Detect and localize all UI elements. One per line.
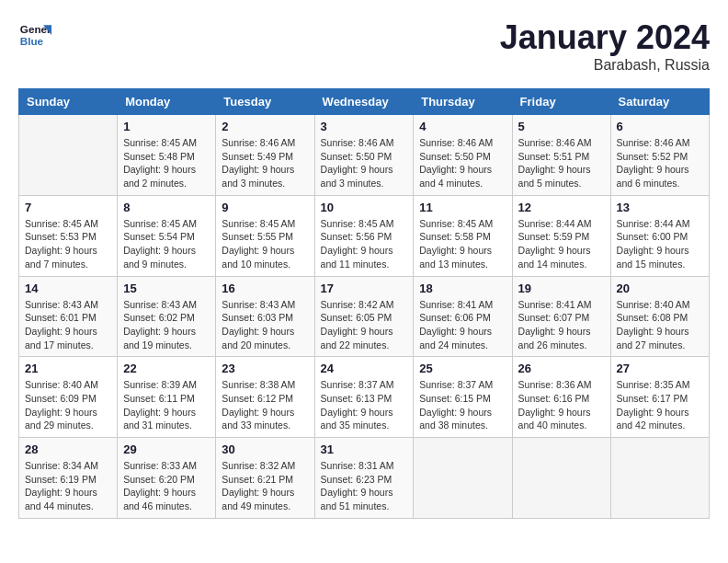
day-info: Sunrise: 8:45 AMSunset: 5:58 PMDaylight:… — [419, 217, 506, 271]
day-info: Sunrise: 8:33 AMSunset: 6:20 PMDaylight:… — [123, 459, 210, 513]
day-info: Sunrise: 8:44 AMSunset: 6:00 PMDaylight:… — [617, 217, 703, 271]
day-number: 6 — [617, 120, 703, 133]
col-sunday: Sunday — [19, 89, 118, 115]
day-info: Sunrise: 8:46 AMSunset: 5:50 PMDaylight:… — [321, 136, 408, 190]
day-info: Sunrise: 8:41 AMSunset: 6:07 PMDaylight:… — [518, 298, 605, 352]
calendar-cell: 26Sunrise: 8:36 AMSunset: 6:16 PMDayligh… — [512, 357, 610, 438]
calendar-cell: 2Sunrise: 8:46 AMSunset: 5:49 PMDaylight… — [216, 115, 314, 196]
col-thursday: Thursday — [414, 89, 512, 115]
day-number: 2 — [222, 120, 308, 133]
col-wednesday: Wednesday — [314, 89, 414, 115]
calendar-cell: 9Sunrise: 8:45 AMSunset: 5:55 PMDaylight… — [216, 195, 314, 276]
day-info: Sunrise: 8:39 AMSunset: 6:11 PMDaylight:… — [123, 378, 210, 432]
day-info: Sunrise: 8:37 AMSunset: 6:13 PMDaylight:… — [321, 378, 408, 432]
calendar-cell: 22Sunrise: 8:39 AMSunset: 6:11 PMDayligh… — [118, 357, 216, 438]
day-info: Sunrise: 8:45 AMSunset: 5:53 PMDaylight:… — [25, 217, 111, 271]
calendar-cell: 24Sunrise: 8:37 AMSunset: 6:13 PMDayligh… — [314, 357, 414, 438]
day-number: 9 — [222, 201, 308, 214]
calendar-cell: 19Sunrise: 8:41 AMSunset: 6:07 PMDayligh… — [512, 276, 610, 357]
day-info: Sunrise: 8:45 AMSunset: 5:48 PMDaylight:… — [123, 136, 210, 190]
day-number: 14 — [25, 282, 111, 295]
calendar-cell: 10Sunrise: 8:45 AMSunset: 5:56 PMDayligh… — [314, 195, 414, 276]
day-number: 17 — [321, 282, 408, 295]
page-header: General Blue January 2024 Barabash, Russ… — [18, 18, 710, 74]
calendar-cell: 11Sunrise: 8:45 AMSunset: 5:58 PMDayligh… — [414, 195, 512, 276]
svg-text:Blue: Blue — [20, 35, 44, 47]
day-number: 10 — [321, 201, 408, 214]
calendar-cell — [19, 115, 118, 196]
day-info: Sunrise: 8:43 AMSunset: 6:02 PMDaylight:… — [123, 298, 210, 352]
day-number: 25 — [419, 362, 506, 375]
calendar-cell: 8Sunrise: 8:45 AMSunset: 5:54 PMDaylight… — [118, 195, 216, 276]
day-info: Sunrise: 8:37 AMSunset: 6:15 PMDaylight:… — [419, 378, 506, 432]
day-number: 3 — [321, 120, 408, 133]
day-number: 23 — [222, 362, 308, 375]
day-info: Sunrise: 8:45 AMSunset: 5:56 PMDaylight:… — [321, 217, 408, 271]
day-info: Sunrise: 8:46 AMSunset: 5:50 PMDaylight:… — [419, 136, 506, 190]
day-number: 21 — [25, 362, 111, 375]
day-number: 8 — [123, 201, 210, 214]
day-info: Sunrise: 8:45 AMSunset: 5:55 PMDaylight:… — [222, 217, 308, 271]
day-info: Sunrise: 8:43 AMSunset: 6:01 PMDaylight:… — [25, 298, 111, 352]
day-number: 29 — [123, 442, 210, 456]
day-info: Sunrise: 8:35 AMSunset: 6:17 PMDaylight:… — [617, 378, 703, 432]
calendar-header: Sunday Monday Tuesday Wednesday Thursday… — [19, 89, 710, 115]
day-number: 13 — [617, 201, 703, 214]
calendar-cell: 13Sunrise: 8:44 AMSunset: 6:00 PMDayligh… — [610, 195, 709, 276]
calendar-cell: 16Sunrise: 8:43 AMSunset: 6:03 PMDayligh… — [216, 276, 314, 357]
day-info: Sunrise: 8:44 AMSunset: 5:59 PMDaylight:… — [518, 217, 605, 271]
calendar-cell: 6Sunrise: 8:46 AMSunset: 5:52 PMDaylight… — [610, 115, 709, 196]
header-row: Sunday Monday Tuesday Wednesday Thursday… — [19, 89, 710, 115]
calendar-cell: 15Sunrise: 8:43 AMSunset: 6:02 PMDayligh… — [118, 276, 216, 357]
logo-icon: General Blue — [18, 18, 51, 52]
month-title: January 2024 — [500, 18, 710, 57]
calendar-week-row: 21Sunrise: 8:40 AMSunset: 6:09 PMDayligh… — [19, 357, 710, 438]
col-tuesday: Tuesday — [216, 89, 314, 115]
location-subtitle: Barabash, Russia — [500, 57, 710, 74]
calendar-cell: 27Sunrise: 8:35 AMSunset: 6:17 PMDayligh… — [610, 357, 709, 438]
day-number: 26 — [518, 362, 605, 375]
day-number: 15 — [123, 282, 210, 295]
col-monday: Monday — [118, 89, 216, 115]
calendar-cell: 28Sunrise: 8:34 AMSunset: 6:19 PMDayligh… — [19, 438, 118, 519]
calendar-cell: 3Sunrise: 8:46 AMSunset: 5:50 PMDaylight… — [314, 115, 414, 196]
day-info: Sunrise: 8:34 AMSunset: 6:19 PMDaylight:… — [25, 459, 111, 513]
calendar-week-row: 28Sunrise: 8:34 AMSunset: 6:19 PMDayligh… — [19, 438, 710, 519]
day-info: Sunrise: 8:32 AMSunset: 6:21 PMDaylight:… — [222, 459, 308, 513]
day-number: 12 — [518, 201, 605, 214]
day-number: 30 — [222, 442, 308, 456]
day-number: 22 — [123, 362, 210, 375]
day-number: 28 — [25, 442, 111, 456]
day-number: 19 — [518, 282, 605, 295]
calendar-cell: 17Sunrise: 8:42 AMSunset: 6:05 PMDayligh… — [314, 276, 414, 357]
day-number: 20 — [617, 282, 703, 295]
calendar-cell: 12Sunrise: 8:44 AMSunset: 5:59 PMDayligh… — [512, 195, 610, 276]
calendar-cell: 29Sunrise: 8:33 AMSunset: 6:20 PMDayligh… — [118, 438, 216, 519]
day-info: Sunrise: 8:42 AMSunset: 6:05 PMDaylight:… — [321, 298, 408, 352]
col-saturday: Saturday — [610, 89, 709, 115]
day-info: Sunrise: 8:40 AMSunset: 6:09 PMDaylight:… — [25, 378, 111, 432]
calendar-cell — [610, 438, 709, 519]
calendar-cell: 18Sunrise: 8:41 AMSunset: 6:06 PMDayligh… — [414, 276, 512, 357]
day-info: Sunrise: 8:36 AMSunset: 6:16 PMDaylight:… — [518, 378, 605, 432]
calendar-cell: 5Sunrise: 8:46 AMSunset: 5:51 PMDaylight… — [512, 115, 610, 196]
day-number: 7 — [25, 201, 111, 214]
calendar-cell: 1Sunrise: 8:45 AMSunset: 5:48 PMDaylight… — [118, 115, 216, 196]
day-number: 24 — [321, 362, 408, 375]
day-info: Sunrise: 8:46 AMSunset: 5:49 PMDaylight:… — [222, 136, 308, 190]
calendar-body: 1Sunrise: 8:45 AMSunset: 5:48 PMDaylight… — [19, 115, 710, 519]
day-number: 31 — [321, 442, 408, 456]
day-info: Sunrise: 8:45 AMSunset: 5:54 PMDaylight:… — [123, 217, 210, 271]
calendar-cell — [414, 438, 512, 519]
day-number: 1 — [123, 120, 210, 133]
calendar-table: Sunday Monday Tuesday Wednesday Thursday… — [18, 88, 710, 519]
day-number: 18 — [419, 282, 506, 295]
calendar-cell: 4Sunrise: 8:46 AMSunset: 5:50 PMDaylight… — [414, 115, 512, 196]
day-info: Sunrise: 8:46 AMSunset: 5:51 PMDaylight:… — [518, 136, 605, 190]
calendar-cell — [512, 438, 610, 519]
calendar-cell: 23Sunrise: 8:38 AMSunset: 6:12 PMDayligh… — [216, 357, 314, 438]
calendar-cell: 25Sunrise: 8:37 AMSunset: 6:15 PMDayligh… — [414, 357, 512, 438]
calendar-cell: 21Sunrise: 8:40 AMSunset: 6:09 PMDayligh… — [19, 357, 118, 438]
day-number: 5 — [518, 120, 605, 133]
day-info: Sunrise: 8:38 AMSunset: 6:12 PMDaylight:… — [222, 378, 308, 432]
